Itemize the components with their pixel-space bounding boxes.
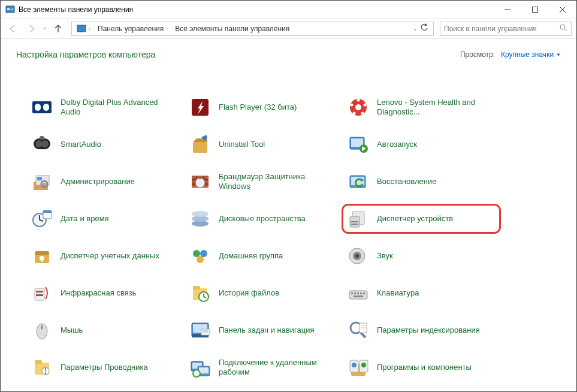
indexing-icon <box>347 319 370 342</box>
datetime-icon <box>31 207 53 230</box>
cp-item-smartaudio[interactable]: SmartAudio <box>27 131 183 158</box>
cp-item-programs[interactable]: Программы и компоненты <box>343 354 499 381</box>
svg-rect-86 <box>201 329 210 335</box>
cp-item-label: Программы и компоненты <box>377 363 472 372</box>
svg-point-39 <box>195 178 205 188</box>
svg-rect-56 <box>35 251 49 255</box>
svg-rect-75 <box>354 293 356 294</box>
breadcrumb-control-panel[interactable]: Панель управления› <box>94 25 171 33</box>
navigation-bar: ▾ › Панель управления› Все элементы пане… <box>1 19 576 39</box>
svg-rect-47 <box>43 210 52 213</box>
svg-rect-54 <box>351 224 358 225</box>
search-box[interactable] <box>440 22 572 36</box>
cp-item-label: Диспетчер устройств <box>377 214 453 224</box>
lenovo-icon <box>347 96 370 119</box>
svg-rect-76 <box>357 293 359 294</box>
cp-item-label: Инфракрасная связь <box>61 288 136 298</box>
cp-item-explorer[interactable]: Параметры Проводника <box>27 354 183 381</box>
firewall-icon <box>189 170 212 193</box>
cp-item-label: Dolby Digital Plus Advanced Audio <box>61 98 168 117</box>
maximize-button[interactable] <box>521 1 549 18</box>
cp-item-label: Администрирование <box>61 177 135 186</box>
items-scroll-area[interactable]: Dolby Digital Plus Advanced AudioFlash P… <box>1 80 576 391</box>
cp-item-label: Панель задач и навигация <box>219 325 315 335</box>
cp-item-keyboard[interactable]: Клавиатура <box>343 280 499 306</box>
history-dropdown[interactable]: ⌄ <box>413 26 418 32</box>
cp-item-firewall[interactable]: Брандмауэр Защитника Windows <box>185 168 341 195</box>
cp-item-infrared[interactable]: Инфракрасная связь <box>27 280 183 306</box>
chevron-down-icon: ▼ <box>556 52 561 58</box>
remote-icon <box>189 356 212 379</box>
cp-item-dolby[interactable]: Dolby Digital Plus Advanced Audio <box>27 94 183 120</box>
forward-button[interactable] <box>25 22 39 36</box>
address-bar[interactable]: › Панель управления› Все элементы панели… <box>71 22 434 36</box>
svg-rect-31 <box>37 177 42 180</box>
svg-rect-66 <box>36 291 43 293</box>
search-input[interactable] <box>444 25 560 33</box>
svg-rect-74 <box>351 293 353 294</box>
cp-item-datetime[interactable]: Дата и время <box>27 206 183 232</box>
svg-rect-97 <box>45 368 46 371</box>
cp-item-mouse[interactable]: Мышь <box>27 317 183 343</box>
cp-item-storage[interactable]: Дисковые пространства <box>185 206 341 232</box>
cp-item-label: Мышь <box>61 325 83 335</box>
dolby-icon <box>31 96 53 119</box>
svg-rect-73 <box>349 291 367 299</box>
close-button[interactable] <box>549 1 576 18</box>
cp-item-creds[interactable]: Диспетчер учетных данных <box>27 243 183 269</box>
up-button[interactable] <box>51 22 65 36</box>
svg-point-103 <box>193 370 200 377</box>
homegroup-icon <box>189 245 212 267</box>
page-title: Настройка параметров компьютера <box>16 50 155 59</box>
svg-rect-25 <box>193 142 207 153</box>
svg-rect-24 <box>40 136 44 140</box>
cp-item-remote[interactable]: Подключение к удаленным рабочим <box>185 354 341 381</box>
svg-rect-4 <box>533 7 538 12</box>
cp-item-devmgr[interactable]: Диспетчер устройств <box>343 206 499 232</box>
cp-item-label: Автозапуск <box>377 140 417 149</box>
svg-point-108 <box>361 363 366 367</box>
cp-item-filehistory[interactable]: История файлов <box>185 280 341 306</box>
programs-icon <box>347 356 370 379</box>
cp-item-autoplay[interactable]: Автозапуск <box>343 131 499 158</box>
svg-point-106 <box>352 363 357 367</box>
items-grid: Dolby Digital Plus Advanced AudioFlash P… <box>27 94 570 391</box>
view-label: Просмотр: <box>460 50 495 59</box>
svg-line-9 <box>564 29 567 31</box>
cp-item-label: Дата и время <box>61 214 109 224</box>
cp-item-sound[interactable]: Звук <box>343 243 499 269</box>
smartaudio-icon <box>31 133 53 156</box>
window-icon <box>5 5 15 14</box>
refresh-button[interactable] <box>420 23 428 34</box>
cp-item-taskbar[interactable]: Панель задач и навигация <box>185 317 341 343</box>
taskbar-icon <box>189 319 212 342</box>
svg-point-19 <box>353 112 356 115</box>
titlebar: Все элементы панели управления <box>1 1 576 19</box>
cp-item-label: Дисковые пространства <box>219 214 306 224</box>
devmgr-icon <box>347 207 370 230</box>
back-button[interactable] <box>5 22 20 36</box>
recent-dropdown[interactable]: ▾ <box>44 26 46 31</box>
cp-item-label: Параметры индексирования <box>377 325 480 335</box>
cp-item-uninstall[interactable]: Uninstall Tool <box>185 131 341 158</box>
cp-item-flash[interactable]: Flash Player (32 бита) <box>185 94 341 120</box>
cp-item-label: Звук <box>377 251 393 261</box>
svg-rect-11 <box>35 104 41 111</box>
cp-item-label: Lenovo - System Health and Diagnostic... <box>377 98 485 117</box>
cp-item-homegroup[interactable]: Домашняя группа <box>185 243 341 269</box>
cp-item-recovery[interactable]: Восстановление <box>343 168 499 195</box>
svg-point-64 <box>355 254 359 258</box>
svg-point-18 <box>361 112 364 115</box>
minimize-button[interactable] <box>494 1 521 18</box>
svg-rect-79 <box>354 295 363 297</box>
cp-item-indexing[interactable]: Параметры индексирования <box>343 317 499 343</box>
svg-rect-40 <box>199 177 201 179</box>
breadcrumb-all-items[interactable]: Все элементы панели управления <box>171 25 293 33</box>
admin-icon <box>31 170 53 193</box>
cp-item-lenovo[interactable]: Lenovo - System Health and Diagnostic... <box>343 94 499 120</box>
svg-rect-2 <box>11 8 13 10</box>
view-selector[interactable]: Крупные значки ▼ <box>501 50 561 59</box>
cp-item-label: Клавиатура <box>377 288 419 298</box>
uninstall-icon <box>189 133 212 156</box>
cp-item-admin[interactable]: Администрирование <box>27 168 183 195</box>
